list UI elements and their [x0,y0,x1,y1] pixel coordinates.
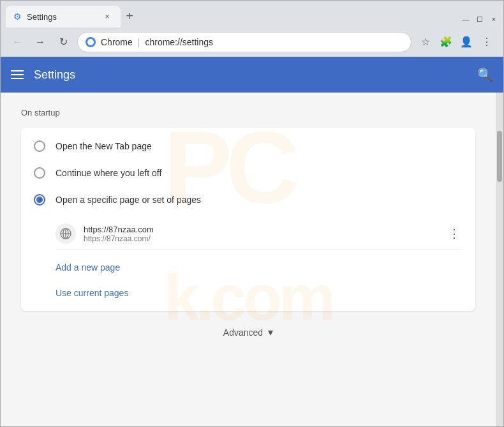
url-bar[interactable]: Chrome | chrome://settings [77,32,411,52]
minimize-button[interactable]: — [461,15,470,24]
bookmark-button[interactable]: ☆ [417,33,434,51]
browser-window: ⚙ Settings × + — ☐ × ← → ↻ Chrome | [0,0,504,427]
profile-button[interactable]: 👤 [457,33,475,51]
extensions-button[interactable]: 🧩 [437,33,455,51]
tab-close-button[interactable]: × [101,11,113,22]
option-specific[interactable]: Open a specific page or set of pages [21,186,475,213]
settings-content: PCk.com On startup Open the New Tab page… [1,93,496,426]
option-continue-label: Continue where you left off [56,168,161,178]
address-actions: ☆ 🧩 👤 ⋮ [417,33,496,51]
new-tab-button[interactable]: + [121,7,138,25]
page-menu-button[interactable]: ⋮ [446,224,463,243]
startup-pages: https://87nzaa.com https://87nzaa.com/ ⋮ [21,213,475,255]
advanced-arrow-icon: ▾ [268,326,273,338]
svg-point-0 [87,39,94,45]
title-bar: ⚙ Settings × + — ☐ × [1,1,503,27]
settings-header-left: Settings [11,68,75,82]
scrollbar-thumb[interactable] [497,131,502,182]
back-button[interactable]: ← [8,33,26,51]
radio-new-tab[interactable] [34,140,45,152]
option-specific-label: Open a specific page or set of pages [56,195,201,205]
hamburger-menu[interactable] [11,70,24,79]
scrollbar[interactable] [496,93,503,426]
address-bar: ← → ↻ Chrome | chrome://settings ☆ 🧩 👤 ⋮ [1,27,503,57]
browser-content: PCk.com On startup Open the New Tab page… [1,93,503,426]
site-name: Chrome [101,37,133,47]
url-path: chrome://settings [145,37,213,47]
url-separator: | [138,37,140,47]
tab-title: Settings [27,12,96,22]
reload-button[interactable]: ↻ [54,33,72,51]
page-item: https://87nzaa.com https://87nzaa.com/ ⋮ [56,218,463,250]
forward-button[interactable]: → [31,33,49,51]
menu-button[interactable]: ⋮ [478,33,496,51]
maximize-button[interactable]: ☐ [475,15,484,24]
active-tab[interactable]: ⚙ Settings × [6,6,121,27]
globe-icon [60,228,71,239]
option-continue[interactable]: Continue where you left off [21,160,475,186]
close-button[interactable]: × [489,15,498,24]
window-controls: — ☐ × [461,15,498,24]
startup-options-card: Open the New Tab page Continue where you… [21,128,475,311]
advanced-section: Advanced ▾ [21,326,475,338]
radio-specific[interactable] [34,194,45,206]
tab-favicon: ⚙ [13,11,22,22]
advanced-label: Advanced [223,327,263,338]
page-url-sub: https://87nzaa.com/ [84,234,438,243]
url-favicon [85,37,96,47]
radio-continue[interactable] [34,167,45,179]
add-new-page-button[interactable]: Add a new page [21,255,475,280]
page-icon [56,223,76,244]
use-current-pages-button[interactable]: Use current pages [21,280,475,306]
settings-page-title: Settings [34,68,75,82]
page-info: https://87nzaa.com https://87nzaa.com/ [84,225,438,243]
settings-search-button[interactable]: 🔍 [477,67,493,82]
tab-bar: ⚙ Settings × + [6,6,461,27]
page-url-main: https://87nzaa.com [84,225,438,234]
settings-header: Settings 🔍 [1,57,503,93]
option-new-tab[interactable]: Open the New Tab page [21,133,475,160]
option-new-tab-label: Open the New Tab page [56,141,152,151]
section-title: On startup [21,108,475,117]
